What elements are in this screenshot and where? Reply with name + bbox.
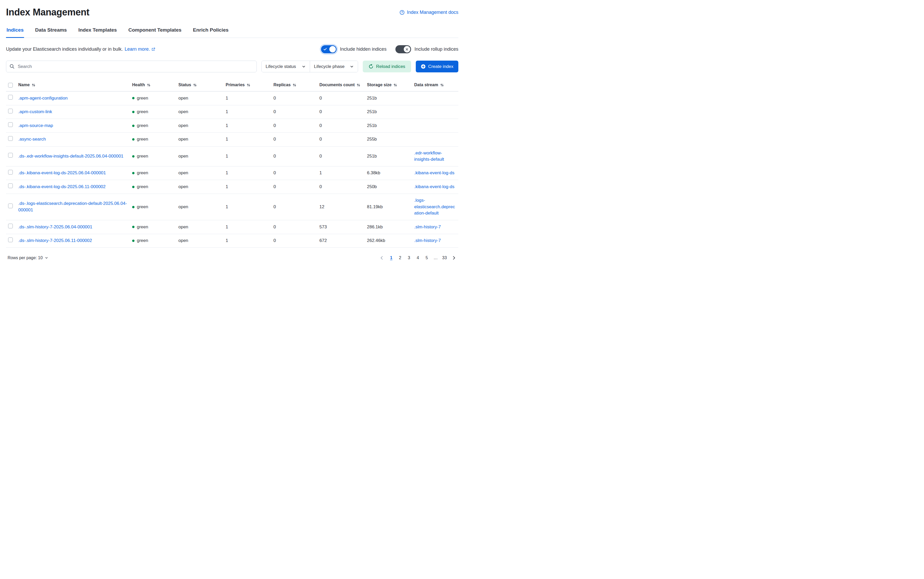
- data-stream-link[interactable]: .kibana-event-log-ds: [414, 184, 454, 190]
- table-row: .ds-.slm-history-7-2025.06.04-000001 gre…: [6, 220, 458, 234]
- storage-size-cell: 6.38kb: [367, 167, 414, 180]
- tab-data-streams[interactable]: Data Streams: [34, 26, 67, 38]
- toggle-thumb: [329, 46, 336, 52]
- data-stream-link[interactable]: .kibana-event-log-ds: [414, 170, 454, 177]
- docs-link[interactable]: ? Index Management docs: [400, 10, 458, 15]
- status-cell: open: [178, 234, 226, 247]
- index-name-link[interactable]: .ds-.kibana-event-log-ds-2025.06.04-0000…: [18, 170, 106, 177]
- external-link-icon: [152, 47, 155, 51]
- index-name-link[interactable]: .apm-source-map: [18, 123, 53, 129]
- health-label: green: [137, 153, 148, 160]
- lifecycle-status-filter[interactable]: Lifecycle status: [262, 61, 310, 72]
- replicas-cell: 0: [273, 200, 319, 214]
- table-row: .ds-.logs-elasticsearch.deprecation-defa…: [6, 194, 458, 220]
- create-index-button[interactable]: Create index: [416, 61, 458, 72]
- column-header-label: Health: [132, 83, 145, 87]
- row-checkbox[interactable]: [8, 136, 13, 141]
- storage-size-cell: 251b: [367, 119, 414, 132]
- primaries-cell: 1: [226, 133, 273, 146]
- search-icon: [10, 64, 15, 69]
- pagination-page-2[interactable]: 2: [396, 254, 404, 262]
- data-stream-link[interactable]: .logs-elasticsearch.deprecation-default: [414, 197, 455, 217]
- health-label: green: [137, 123, 148, 129]
- index-name-link[interactable]: .async-search: [18, 136, 46, 143]
- pagination-page-4[interactable]: 4: [414, 254, 422, 262]
- search-input[interactable]: [6, 61, 257, 72]
- primaries-cell: 1: [226, 200, 273, 214]
- pagination-page-1[interactable]: 1: [387, 254, 395, 262]
- chevron-down-icon: [302, 65, 306, 69]
- row-checkbox[interactable]: [8, 122, 13, 127]
- column-header-documents-count[interactable]: Documents count: [319, 80, 367, 91]
- documents-count-cell: 0: [319, 119, 367, 132]
- column-header-label: Documents count: [319, 83, 355, 87]
- row-checkbox[interactable]: [8, 183, 13, 188]
- index-name-link[interactable]: .ds-.edr-workflow-insights-default-2025.…: [18, 153, 124, 160]
- index-name-link[interactable]: .apm-custom-link: [18, 109, 52, 115]
- row-checkbox[interactable]: [8, 237, 13, 242]
- health-label: green: [137, 224, 148, 231]
- replicas-cell: 0: [273, 119, 319, 132]
- replicas-cell: 0: [273, 92, 319, 105]
- tab-indices[interactable]: Indices: [6, 26, 24, 38]
- tab-index-templates[interactable]: Index Templates: [78, 26, 117, 38]
- sort-icon: [393, 83, 397, 87]
- lifecycle-filter-group: Lifecycle status Lifecycle phase: [261, 61, 358, 72]
- select-all-checkbox[interactable]: [8, 83, 13, 88]
- column-header-primaries[interactable]: Primaries: [226, 80, 273, 91]
- previous-page-button[interactable]: [377, 254, 386, 262]
- status-cell: open: [178, 119, 226, 132]
- rows-per-page-button[interactable]: Rows per page: 10: [6, 255, 50, 261]
- row-checkbox[interactable]: [8, 204, 13, 208]
- toggle-switch[interactable]: [321, 45, 336, 53]
- status-cell: open: [178, 221, 226, 234]
- health-dot-icon: [132, 124, 134, 127]
- chevron-down-icon: [350, 65, 354, 69]
- index-management-page: Index Management ? Index Management docs…: [0, 0, 462, 290]
- reload-indices-button[interactable]: Reload indices: [363, 61, 411, 72]
- health-dot-icon: [132, 97, 134, 99]
- pagination-page-5[interactable]: 5: [423, 254, 431, 262]
- toggle-switch[interactable]: [395, 45, 411, 53]
- primaries-cell: 1: [226, 105, 273, 119]
- data-stream-link[interactable]: .edr-workflow-insights-default: [414, 150, 455, 163]
- table-header-row: Name Health Status Primaries Replicas Do…: [6, 80, 458, 92]
- pagination-page-3[interactable]: 3: [405, 254, 413, 262]
- row-checkbox[interactable]: [8, 224, 13, 228]
- row-checkbox[interactable]: [8, 153, 13, 157]
- column-header-name[interactable]: Name: [18, 80, 132, 91]
- row-checkbox[interactable]: [8, 109, 13, 113]
- index-name-link[interactable]: .ds-.slm-history-7-2025.06.11-000002: [18, 237, 92, 244]
- next-page-button[interactable]: [449, 254, 458, 262]
- lifecycle-phase-filter[interactable]: Lifecycle phase: [310, 61, 358, 72]
- pagination-page-33[interactable]: 33: [441, 254, 449, 262]
- table-row: .ds-.kibana-event-log-ds-2025.06.04-0000…: [6, 167, 458, 180]
- row-checkbox[interactable]: [8, 95, 13, 100]
- column-header-label: Status: [178, 83, 191, 87]
- index-name-link[interactable]: .ds-.logs-elasticsearch.deprecation-defa…: [18, 200, 127, 213]
- data-stream-link[interactable]: .slm-history-7: [414, 237, 441, 244]
- plus-in-circle-icon: [421, 64, 426, 69]
- row-checkbox[interactable]: [8, 170, 13, 175]
- index-name-link[interactable]: .apm-agent-configuration: [18, 95, 68, 101]
- storage-size-cell: 250b: [367, 180, 414, 194]
- replicas-cell: 0: [273, 221, 319, 234]
- column-header-health[interactable]: Health: [132, 80, 178, 91]
- index-name-link[interactable]: .ds-.slm-history-7-2025.06.04-000001: [18, 224, 92, 231]
- column-header-storage-size[interactable]: Storage size: [367, 80, 414, 91]
- health-dot-icon: [132, 172, 134, 174]
- tab-enrich-policies[interactable]: Enrich Policies: [193, 26, 229, 38]
- index-name-link[interactable]: .ds-.kibana-event-log-ds-2025.06.11-0000…: [18, 184, 106, 190]
- table-row: .apm-custom-link green open 1 0 0 251b: [6, 105, 458, 119]
- documents-count-cell: 672: [319, 234, 367, 247]
- documents-count-cell: 0: [319, 105, 367, 119]
- column-header-data-stream[interactable]: Data stream: [414, 80, 458, 91]
- table-body: .apm-agent-configuration green open 1 0 …: [6, 92, 458, 248]
- tab-component-templates[interactable]: Component Templates: [128, 26, 182, 38]
- column-header-replicas[interactable]: Replicas: [273, 80, 319, 91]
- data-stream-link[interactable]: .slm-history-7: [414, 224, 441, 231]
- status-cell: open: [178, 167, 226, 180]
- column-header-status[interactable]: Status: [178, 80, 226, 91]
- learn-more-link[interactable]: Learn more.: [124, 46, 155, 52]
- storage-size-cell: 262.46kb: [367, 234, 414, 247]
